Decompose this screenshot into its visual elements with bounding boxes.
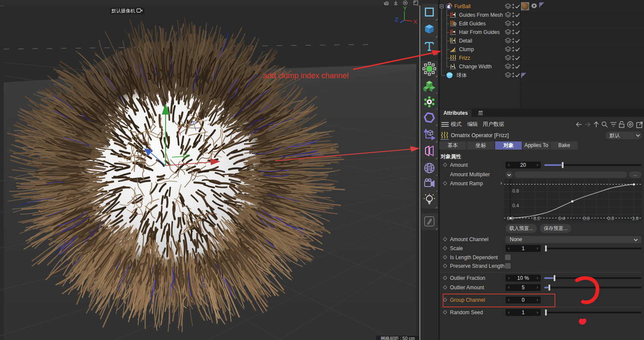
svg-text:add clump index channel: add clump index channel [263, 71, 348, 80]
